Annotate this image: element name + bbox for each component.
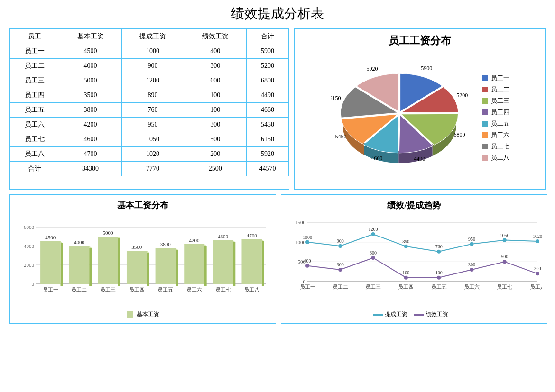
svg-text:员工八: 员工八 — [530, 284, 543, 290]
line-chart-svg: 050010001500员工一员工二员工三员工四员工五员工六员工七员工八1000… — [286, 213, 542, 308]
svg-rect-39 — [156, 248, 176, 284]
legend-item: 员工三 — [482, 97, 509, 105]
svg-point-90 — [305, 264, 309, 268]
svg-text:4490: 4490 — [414, 155, 425, 162]
svg-text:员工七: 员工七 — [215, 287, 231, 292]
svg-text:员工五: 员工五 — [431, 284, 447, 290]
svg-text:0: 0 — [32, 281, 35, 287]
svg-text:400: 400 — [304, 258, 311, 264]
page-title: 绩效提成分析表 — [9, 5, 546, 23]
svg-text:员工四: 员工四 — [129, 287, 145, 292]
svg-text:900: 900 — [337, 238, 344, 244]
svg-point-78 — [371, 232, 375, 236]
legend-item: 员工八 — [482, 154, 509, 162]
legend-item: 员工一 — [482, 74, 509, 82]
svg-point-96 — [404, 276, 408, 280]
svg-text:5920: 5920 — [366, 65, 378, 72]
svg-text:1000: 1000 — [303, 235, 312, 240]
svg-text:4600: 4600 — [218, 234, 229, 239]
pie-chart-title: 员工工资分布 — [388, 34, 451, 48]
svg-text:员工三: 员工三 — [100, 287, 116, 292]
bar-chart-box: 基本工资分布 02000400060004500员工一4000员工二5000员工… — [9, 194, 276, 324]
svg-rect-47 — [233, 242, 235, 286]
svg-text:4660: 4660 — [371, 155, 382, 162]
legend-item: 员工四 — [482, 108, 509, 117]
svg-point-84 — [470, 242, 473, 246]
pie-chart-section: 员工工资分布 59005200680044904660545061505920 … — [294, 28, 546, 190]
svg-rect-34 — [127, 251, 147, 284]
svg-point-80 — [404, 245, 408, 248]
svg-rect-24 — [69, 246, 89, 284]
svg-text:员工二: 员工二 — [71, 287, 87, 292]
svg-point-76 — [338, 244, 342, 248]
line-chart-box: 绩效/提成趋势 050010001500员工一员工二员工三员工四员工五员工六员工… — [281, 194, 547, 324]
bar-chart-title: 基本工资分布 — [15, 200, 271, 211]
svg-text:760: 760 — [435, 244, 443, 249]
svg-text:1200: 1200 — [369, 227, 378, 232]
svg-text:4500: 4500 — [45, 235, 56, 240]
svg-rect-37 — [176, 250, 178, 286]
svg-rect-44 — [184, 244, 204, 284]
svg-point-82 — [437, 250, 441, 254]
svg-text:3500: 3500 — [131, 244, 142, 250]
svg-rect-32 — [147, 253, 149, 286]
svg-text:1020: 1020 — [533, 234, 542, 239]
svg-text:5200: 5200 — [456, 92, 468, 99]
svg-rect-52 — [262, 241, 264, 286]
salary-table: 员工基本工资提成工资绩效工资合计 员工一450010004005900员工二40… — [10, 29, 289, 176]
svg-text:6000: 6000 — [24, 224, 35, 230]
line-chart-title: 绩效/提成趋势 — [286, 200, 542, 211]
svg-text:6800: 6800 — [453, 131, 465, 138]
svg-text:500: 500 — [501, 254, 508, 259]
svg-text:员工二: 员工二 — [333, 284, 348, 290]
svg-text:员工八: 员工八 — [244, 287, 259, 292]
pie-legend: 员工一员工二员工三员工四员工五员工六员工七员工八 — [482, 74, 509, 162]
svg-text:100: 100 — [435, 270, 443, 275]
svg-text:员工一: 员工一 — [300, 284, 315, 290]
svg-text:4000: 4000 — [24, 243, 35, 249]
svg-text:员工五: 员工五 — [157, 287, 173, 292]
svg-text:5000: 5000 — [103, 230, 114, 236]
svg-text:300: 300 — [337, 262, 344, 267]
svg-rect-42 — [204, 246, 207, 286]
pie-chart-content: 59005200680044904660545061505920 员工一员工二员… — [299, 52, 540, 184]
svg-rect-49 — [213, 240, 233, 284]
svg-text:员工四: 员工四 — [398, 284, 414, 290]
svg-text:1000: 1000 — [295, 239, 306, 245]
bar-chart-svg: 02000400060004500员工一4000员工二5000员工三3500员工… — [15, 213, 271, 308]
legend-item: 员工五 — [482, 119, 509, 128]
line-legend: 提成工资绩效工资 — [286, 310, 542, 319]
legend-item: 员工六 — [482, 131, 509, 139]
legend-item: 员工七 — [482, 142, 509, 151]
svg-text:4700: 4700 — [247, 233, 258, 238]
svg-point-100 — [470, 268, 473, 272]
pie-chart-svg: 59005200680044904660545061505920 — [331, 52, 473, 184]
svg-text:1500: 1500 — [295, 219, 306, 225]
svg-rect-22 — [89, 248, 92, 286]
svg-text:1050: 1050 — [500, 233, 509, 238]
svg-point-88 — [536, 239, 539, 243]
svg-text:员工三: 员工三 — [365, 284, 381, 290]
svg-rect-29 — [98, 237, 118, 284]
svg-text:300: 300 — [468, 262, 475, 267]
svg-text:员工六: 员工六 — [186, 287, 202, 292]
svg-text:100: 100 — [402, 270, 409, 275]
svg-text:员工六: 员工六 — [464, 284, 480, 290]
legend-item: 员工二 — [482, 85, 509, 94]
svg-point-98 — [437, 276, 441, 280]
svg-rect-27 — [118, 238, 120, 286]
svg-point-92 — [338, 268, 342, 272]
svg-text:3800: 3800 — [160, 241, 171, 247]
svg-rect-19 — [40, 241, 60, 284]
salary-table-container: 员工基本工资提成工资绩效工资合计 员工一450010004005900员工二40… — [9, 28, 289, 190]
svg-rect-54 — [241, 239, 261, 284]
svg-text:2000: 2000 — [24, 262, 35, 268]
svg-text:5900: 5900 — [421, 65, 432, 72]
svg-text:5450: 5450 — [335, 133, 346, 140]
svg-text:200: 200 — [534, 266, 541, 271]
svg-text:员工七: 员工七 — [497, 284, 512, 290]
svg-rect-17 — [61, 243, 63, 286]
svg-text:950: 950 — [468, 237, 475, 242]
svg-point-94 — [371, 256, 375, 260]
bar-legend: 基本工资 — [15, 310, 271, 319]
